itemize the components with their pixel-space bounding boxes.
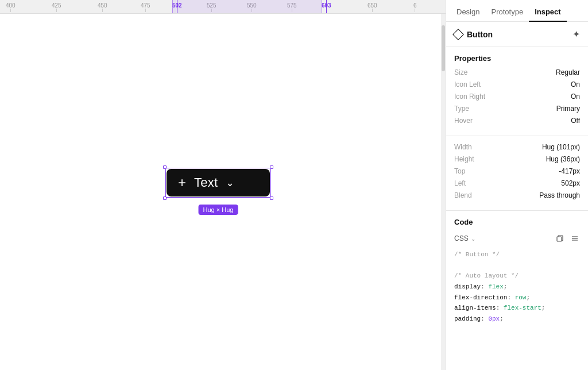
- dim-row-top: Top -417px: [454, 167, 580, 175]
- prop-row-icon-right: Icon Right On: [454, 92, 580, 101]
- handle-bl[interactable]: [163, 196, 167, 200]
- dim-label-blend: Blend: [454, 191, 472, 199]
- component-action-icon[interactable]: ✦: [572, 29, 580, 40]
- button-icon-left: +: [178, 175, 186, 191]
- properties-section: Properties Size Regular Icon Left On Ico…: [446, 47, 588, 136]
- code-line-3: display: flex;: [454, 282, 580, 292]
- prop-label-type: Type: [454, 105, 469, 113]
- code-block: /* Button */ /* Auto layout */ display: …: [454, 249, 580, 325]
- component-name-row: Button: [454, 30, 493, 39]
- component-header: Button ✦: [446, 22, 588, 47]
- code-lang-label: CSS: [454, 234, 469, 242]
- ruler-top: 4004254504755025255505756036506: [0, 0, 446, 14]
- svg-rect-0: [557, 237, 562, 241]
- code-lang-row: CSS ⌄: [454, 233, 580, 244]
- button-chevron: ⌄: [226, 176, 234, 189]
- code-section: Code CSS ⌄: [446, 211, 588, 332]
- dim-row-height: Height Hug (36px): [454, 155, 580, 163]
- diamond-icon: [452, 29, 464, 40]
- dim-value-left: 502px: [561, 179, 580, 187]
- scrollbar-thumb[interactable]: [442, 25, 445, 71]
- dim-label-width: Width: [454, 143, 472, 151]
- dimensions-section: Width Hug (101px) Height Hug (36px) Top …: [446, 136, 588, 211]
- dim-row-left: Left 502px: [454, 179, 580, 187]
- prop-value-icon-left: On: [571, 80, 580, 88]
- tab-inspect[interactable]: Inspect: [529, 3, 567, 22]
- properties-title: Properties: [454, 54, 580, 63]
- code-menu-button[interactable]: [570, 233, 580, 244]
- code-copy-button[interactable]: [555, 233, 565, 244]
- prop-value-icon-right: On: [571, 92, 580, 101]
- dim-value-height: Hug (36px): [546, 155, 580, 163]
- ruler-mark-450: 450: [98, 0, 107, 12]
- ruler-mark-400: 400: [6, 0, 16, 12]
- ruler-mark-650: 650: [368, 0, 377, 12]
- canvas[interactable]: 4004254504755025255505756036506 + Text ⌄…: [0, 0, 446, 370]
- prop-row-size: Size Regular: [454, 68, 580, 76]
- selection-box: + Text ⌄ Hug × Hug: [167, 169, 270, 196]
- prop-value-size: Regular: [556, 68, 580, 76]
- hug-label: Hug × Hug: [199, 205, 238, 215]
- ruler-highlight: [172, 0, 322, 13]
- vertical-scrollbar[interactable]: [441, 14, 446, 370]
- prop-label-hover: Hover: [454, 117, 473, 125]
- ruler-mark-475: 475: [141, 0, 150, 12]
- code-title: Code: [454, 218, 580, 226]
- code-line-2: /* Auto layout */: [454, 271, 580, 282]
- canvas-content: + Text ⌄ Hug × Hug: [0, 14, 446, 370]
- dim-row-blend: Blend Pass through: [454, 191, 580, 199]
- dim-row-width: Width Hug (101px): [454, 143, 580, 151]
- prop-label-size: Size: [454, 68, 467, 76]
- prop-value-type: Primary: [556, 105, 580, 113]
- code-actions: [555, 233, 580, 244]
- ruler-active-line-603: [322, 0, 322, 13]
- code-line-4: flex-direction: row;: [454, 292, 580, 303]
- code-lang-chevron: ⌄: [471, 236, 475, 242]
- right-panel: Design Prototype Inspect Button ✦ Proper…: [446, 0, 588, 370]
- prop-value-hover: Off: [571, 117, 580, 125]
- ruler-mark-603: 603: [322, 0, 331, 9]
- dim-label-height: Height: [454, 155, 474, 163]
- component-name: Button: [467, 30, 493, 39]
- code-line-blank: [454, 260, 580, 271]
- code-line-5: align-items: flex-start;: [454, 303, 580, 314]
- button-element[interactable]: + Text ⌄: [167, 169, 270, 196]
- dim-label-top: Top: [454, 167, 465, 175]
- dim-value-blend: Pass through: [539, 191, 580, 199]
- prop-label-icon-left: Icon Left: [454, 80, 481, 88]
- ruler-mark-425: 425: [52, 0, 61, 12]
- code-lang-select[interactable]: CSS ⌄: [454, 234, 475, 242]
- prop-row-hover: Hover Off: [454, 117, 580, 125]
- ruler-mark-6: 6: [413, 0, 417, 12]
- dim-value-top: -417px: [559, 167, 580, 175]
- panel-tabs: Design Prototype Inspect: [446, 0, 588, 22]
- prop-row-icon-left: Icon Left On: [454, 80, 580, 88]
- dim-value-width: Hug (101px): [542, 143, 580, 151]
- code-line-1: /* Button */: [454, 249, 580, 260]
- prop-label-icon-right: Icon Right: [454, 92, 485, 101]
- code-line-6: padding: 0px;: [454, 314, 580, 325]
- handle-tl[interactable]: [163, 165, 167, 169]
- tab-design[interactable]: Design: [451, 3, 485, 22]
- tab-prototype[interactable]: Prototype: [485, 3, 529, 22]
- button-preview-wrapper: + Text ⌄ Hug × Hug: [167, 169, 270, 196]
- button-text: Text: [194, 175, 218, 190]
- handle-br[interactable]: [270, 196, 273, 200]
- dim-label-left: Left: [454, 179, 466, 187]
- component-actions: ✦: [572, 29, 580, 40]
- prop-row-type: Type Primary: [454, 105, 580, 113]
- handle-tr[interactable]: [270, 165, 273, 169]
